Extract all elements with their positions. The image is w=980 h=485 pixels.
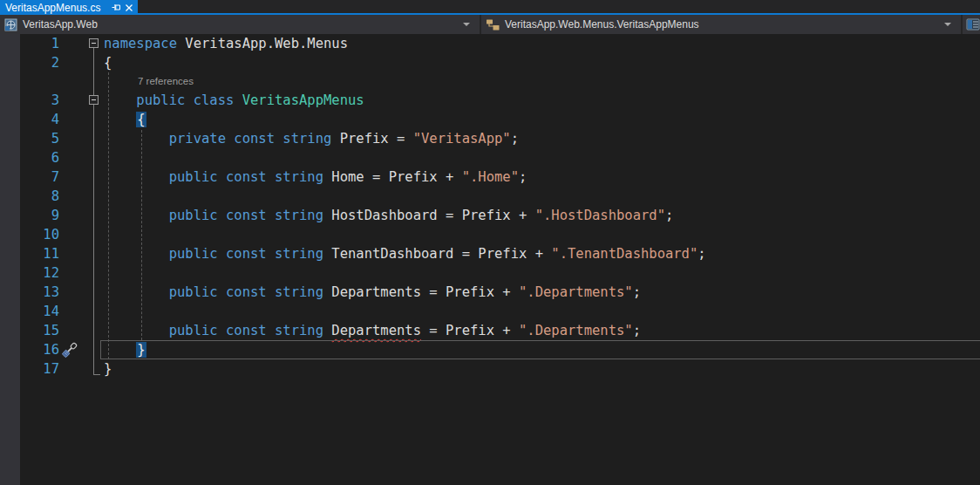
code-token xyxy=(267,246,275,262)
line-number: 5 xyxy=(0,129,59,148)
line-number: 7 xyxy=(0,167,59,187)
code-token xyxy=(226,131,234,147)
code-token: string xyxy=(282,131,331,147)
code-text[interactable]: public const string Departments = Prefix… xyxy=(104,283,641,302)
code-line[interactable]: 2{ xyxy=(0,53,980,72)
code-text[interactable]: public const string TenantDashboard = Pr… xyxy=(104,244,706,263)
code-line[interactable]: 4 { xyxy=(0,110,980,129)
code-token xyxy=(104,246,169,262)
codelens-row[interactable]: 7 references xyxy=(0,72,980,91)
line-number: 8 xyxy=(0,187,59,206)
code-line[interactable]: 17} xyxy=(0,359,980,379)
code-token: string xyxy=(275,169,323,185)
code-token: string xyxy=(275,323,323,338)
code-token xyxy=(267,323,275,338)
code-token: TenantDashboard = Prefix + xyxy=(323,246,551,262)
current-line-highlight xyxy=(100,340,980,359)
line-number: 1 xyxy=(0,34,59,53)
code-text[interactable]: public const string HostDashboard = Pref… xyxy=(104,206,673,225)
code-token: = Prefix + xyxy=(421,323,519,338)
code-token: string xyxy=(275,246,323,262)
pin-icon[interactable] xyxy=(112,3,121,12)
code-token xyxy=(218,246,226,262)
code-token: ; xyxy=(511,131,519,147)
code-token xyxy=(267,208,275,223)
code-text[interactable]: { xyxy=(104,110,146,129)
code-line[interactable]: 9 public const string HostDashboard = Pr… xyxy=(0,206,980,225)
code-token xyxy=(267,169,275,185)
chevron-down-icon xyxy=(463,23,470,26)
line-number: 12 xyxy=(0,263,59,283)
code-token: Prefix = xyxy=(331,131,412,147)
code-text[interactable]: private const string Prefix = "VeritasAp… xyxy=(104,129,519,148)
line-number: 10 xyxy=(0,225,59,244)
code-token: ".HostDashboard" xyxy=(535,208,665,223)
code-line[interactable]: 11 public const string TenantDashboard =… xyxy=(0,244,980,263)
code-token: { xyxy=(104,55,112,71)
code-line[interactable]: 16 } xyxy=(0,340,980,359)
code-token: Departments = Prefix + xyxy=(323,284,519,300)
member-dropdown[interactable] xyxy=(963,15,980,34)
project-dropdown[interactable]: VeritasApp.Web xyxy=(0,15,480,34)
code-token xyxy=(323,323,331,338)
code-token xyxy=(104,169,169,185)
fold-toggle-icon[interactable] xyxy=(89,38,99,48)
code-token: ; xyxy=(698,246,705,262)
code-line[interactable]: 3 public class VeritasAppMenus xyxy=(0,91,980,110)
code-text[interactable]: { xyxy=(104,53,112,72)
close-icon[interactable] xyxy=(125,3,133,12)
code-token: { xyxy=(136,112,146,127)
code-line[interactable]: 5 private const string Prefix = "Veritas… xyxy=(0,129,980,148)
line-number: 17 xyxy=(0,359,59,379)
quick-actions-screwdriver-icon[interactable] xyxy=(60,340,79,359)
code-token: string xyxy=(275,284,323,300)
code-token xyxy=(275,131,282,147)
code-token: ; xyxy=(633,323,641,338)
code-token: const xyxy=(226,246,267,262)
error-token: Departments xyxy=(331,323,421,338)
code-line[interactable]: 10 xyxy=(0,225,980,244)
code-token xyxy=(104,323,169,338)
code-line[interactable]: 15 public const string Departments = Pre… xyxy=(0,321,980,340)
code-line[interactable]: 12 xyxy=(0,263,980,283)
line-number: 13 xyxy=(0,283,59,302)
code-text[interactable]: public const string Departments = Prefix… xyxy=(104,321,641,340)
code-token xyxy=(218,208,226,223)
code-text[interactable]: } xyxy=(104,359,112,379)
code-line[interactable]: 8 xyxy=(0,187,980,206)
code-token: const xyxy=(226,208,267,223)
code-token xyxy=(104,208,169,223)
code-token: ".Home" xyxy=(462,169,519,185)
type-dropdown[interactable]: VeritasApp.Web.Menus.VeritasAppMenus xyxy=(481,15,961,34)
tab-title: VeritasAppMenus.cs xyxy=(5,2,100,14)
code-token: ".Departments" xyxy=(519,284,633,300)
code-token: public xyxy=(169,246,218,262)
code-line[interactable]: 1namespace VeritasApp.Web.Menus xyxy=(0,34,980,53)
code-token: public xyxy=(169,323,218,338)
line-number: 4 xyxy=(0,110,59,129)
code-text[interactable]: public const string Home = Prefix + ".Ho… xyxy=(104,167,527,187)
code-text[interactable]: namespace VeritasApp.Web.Menus xyxy=(104,34,348,53)
line-number: 15 xyxy=(0,321,59,340)
code-token: ; xyxy=(665,208,673,223)
code-token: namespace xyxy=(104,36,177,51)
codelens-references[interactable]: 7 references xyxy=(138,72,194,91)
code-token: private xyxy=(169,131,226,147)
code-line[interactable]: 13 public const string Departments = Pre… xyxy=(0,283,980,302)
code-line[interactable]: 14 xyxy=(0,302,980,321)
code-token: Home = Prefix + xyxy=(323,169,462,185)
line-number: 16 xyxy=(0,340,59,359)
code-editor[interactable]: 1namespace VeritasApp.Web.Menus2{7 refer… xyxy=(0,34,980,485)
code-token xyxy=(185,92,193,108)
project-dropdown-label: VeritasApp.Web xyxy=(23,18,98,31)
fold-toggle-icon[interactable] xyxy=(89,95,99,105)
code-line[interactable]: 6 xyxy=(0,148,980,167)
line-number: 3 xyxy=(0,91,59,110)
code-text[interactable]: public class VeritasAppMenus xyxy=(104,91,364,110)
code-lines: 1namespace VeritasApp.Web.Menus2{7 refer… xyxy=(0,34,980,379)
line-number: 2 xyxy=(0,53,59,72)
code-token: public xyxy=(136,92,185,108)
code-token xyxy=(234,92,242,108)
code-line[interactable]: 7 public const string Home = Prefix + ".… xyxy=(0,167,980,187)
tab-veritasappmenus[interactable]: VeritasAppMenus.cs xyxy=(0,0,138,15)
